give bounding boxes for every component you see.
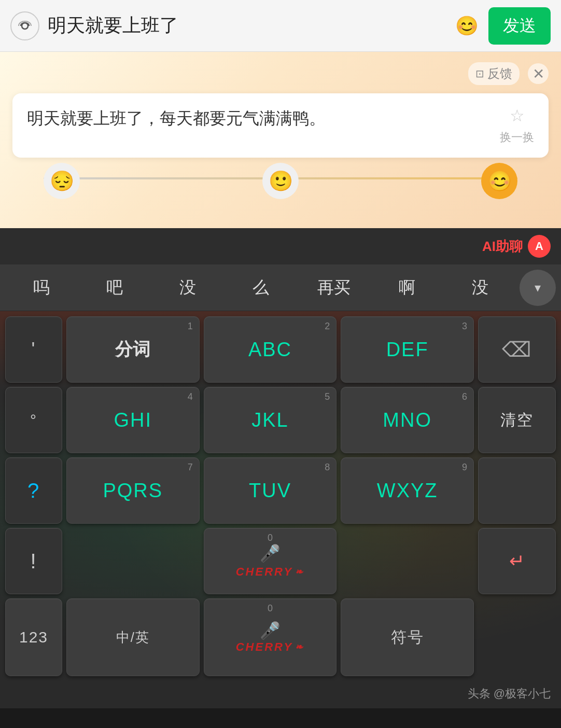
cherry-leaf-bottom: ❧ [295,641,304,653]
ai-icon[interactable]: A [528,235,551,258]
feedback-icon: ⊡ [475,67,484,80]
feedback-button[interactable]: ⊡ 反馈 [468,62,520,85]
comma-label: ' [32,339,36,360]
backspace-icon: ⌫ [502,338,531,361]
key-exclaim[interactable]: ! [5,528,62,594]
emotion-slider[interactable]: 😔 🙂 😊 [12,158,549,199]
key-lang-label: 中/英 [116,628,150,647]
key-empty-bottom [478,598,556,676]
key-7-label: PQRS [103,480,163,502]
key-4-label: GHI [114,409,152,431]
key-zero-mic[interactable]: 0 🎤 CHERRY ❧ [204,528,337,594]
emoji-icon[interactable]: 😊 [453,12,480,39]
key-4-ghi[interactable]: 4 GHI [66,387,200,453]
key-123[interactable]: 123 [5,598,62,676]
key-space-empty1 [66,528,200,594]
mic-icon: 🎤 [260,543,280,563]
key-6-num: 6 [462,391,467,402]
key-1-num: 1 [188,321,193,332]
key-clear[interactable]: 清空 [478,387,556,453]
question-label: ? [27,479,40,502]
emotion-neutral[interactable]: 🙂 [262,163,299,199]
key-1-label: 分词 [115,338,150,361]
suggestion-box: 明天就要上班了，每天都要元气满满鸭。 ☆ 换一换 [12,93,549,158]
key-bottom-mic[interactable]: 0 🎤 CHERRY ❧ [204,598,337,676]
emotion-happy[interactable]: 😊 [481,163,517,199]
watermark-text: 头条 @极客小七 [468,686,551,702]
key-question[interactable]: ? [5,457,62,524]
key-0-num: 0 [268,533,273,543]
key-0-bottom-num: 0 [268,603,273,614]
mic-icon-bottom: 🎤 [260,621,280,640]
word-item-6[interactable]: 没 [443,271,516,304]
key-6-mno[interactable]: 6 MNO [341,387,474,453]
cherry-leaf-icon: ❧ [295,566,304,578]
key-degree[interactable]: ° [5,387,62,453]
key-2-num: 2 [325,321,330,332]
key-backspace[interactable]: ⌫ [478,316,556,383]
word-item-2[interactable]: 没 [151,271,225,304]
degree-label: ° [30,411,37,429]
suggestion-text: 明天就要上班了，每天都要元气满满鸭。 [27,106,492,131]
key-space-empty2 [341,528,474,594]
send-button[interactable]: 发送 [488,7,551,45]
chevron-down-icon: ▾ [535,281,541,295]
keyboard-area: ' 1 分词 2 ABC 3 DEF ⌫ ° 4 GHI 5 JKL 6 [0,311,561,708]
symbol-label: 符号 [391,627,424,648]
suggestion-toolbar: ⊡ 反馈 ✕ [12,62,549,85]
key-5-label: JKL [251,409,288,431]
key-lang[interactable]: 中/英 [66,598,200,676]
bottom-watermark: 头条 @极客小七 [0,681,561,708]
word-suggestion-row: 吗 吧 没 么 再买 啊 没 ▾ [0,264,561,311]
key-comma[interactable]: ' [5,316,62,383]
key-9-label: WXYZ [377,480,438,502]
key-6-label: MNO [383,409,432,431]
keyboard-grid: ' 1 分词 2 ABC 3 DEF ⌫ ° 4 GHI 5 JKL 6 [0,311,561,681]
top-input-bar: 明天就要上班了 😊 发送 [0,0,561,52]
key-symbol[interactable]: 符号 [341,598,474,676]
cherry-logo-bottom: CHERRY ❧ [236,640,305,654]
clear-label: 清空 [500,410,534,431]
enter-icon: ↵ [509,550,525,572]
key-3-label: DEF [386,339,429,361]
key-3-def[interactable]: 3 DEF [341,316,474,383]
key-123-label: 123 [19,628,48,646]
key-1-fensi[interactable]: 1 分词 [66,316,200,383]
word-item-4[interactable]: 再买 [297,271,370,304]
exclaim-label: ! [30,550,37,573]
word-item-1[interactable]: 吧 [78,271,151,304]
refresh-label[interactable]: 换一换 [500,130,534,145]
key-9-num: 9 [462,462,467,473]
suggestion-panel: ⊡ 反馈 ✕ 明天就要上班了，每天都要元气满满鸭。 ☆ 换一换 😔 🙂 😊 [0,52,561,228]
key-8-label: TUV [249,480,291,502]
emotion-sad[interactable]: 😔 [44,163,80,199]
message-input[interactable]: 明天就要上班了 [48,13,445,38]
ai-chat-bar: AI助聊 A [0,228,561,264]
key-2-abc[interactable]: 2 ABC [204,316,337,383]
key-4-num: 4 [188,391,193,402]
key-9-wxyz[interactable]: 9 WXYZ [341,457,474,524]
feedback-label: 反馈 [487,65,512,82]
key-enter[interactable]: ↵ [478,528,556,594]
word-item-0[interactable]: 吗 [5,271,78,304]
word-item-5[interactable]: 啊 [370,271,443,304]
key-8-tuv[interactable]: 8 TUV [204,457,337,524]
key-3-num: 3 [462,321,467,332]
cherry-text: CHERRY [236,565,293,579]
key-2-label: ABC [248,339,292,361]
cherry-text-bottom: CHERRY [236,640,293,654]
star-refresh-area[interactable]: ☆ 换一换 [500,106,534,145]
key-7-pqrs[interactable]: 7 PQRS [66,457,200,524]
key-5-num: 5 [325,391,330,402]
word-item-3[interactable]: 么 [225,271,298,304]
expand-words-button[interactable]: ▾ [520,270,556,306]
cherry-logo: CHERRY ❧ [236,565,305,579]
ai-label: AI助聊 [482,237,523,256]
voice-icon[interactable] [10,11,39,40]
key-8-num: 8 [325,462,330,473]
key-5-jkl[interactable]: 5 JKL [204,387,337,453]
close-suggestion-button[interactable]: ✕ [528,63,549,84]
star-icon[interactable]: ☆ [510,106,525,125]
key-7-num: 7 [188,462,193,473]
key-enter-row3[interactable] [478,457,556,524]
